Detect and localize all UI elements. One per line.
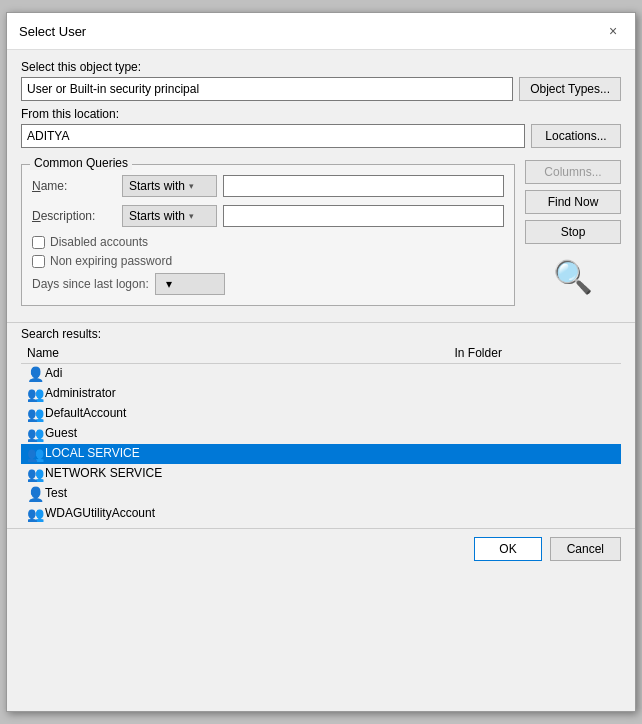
- dialog-title: Select User: [19, 24, 86, 39]
- table-row[interactable]: 👥Administrator: [21, 384, 621, 404]
- object-type-row: Object Types...: [21, 77, 621, 101]
- table-row[interactable]: 👥Guest: [21, 424, 621, 444]
- table-row[interactable]: 👥WDAGUtilityAccount: [21, 504, 621, 524]
- user-name: WDAGUtilityAccount: [45, 506, 155, 520]
- table-row[interactable]: 👥DefaultAccount: [21, 404, 621, 424]
- common-queries-box: Common Queries Name: Starts with ▾: [21, 164, 515, 306]
- days-since-logon-label: Days since last logon:: [32, 277, 149, 291]
- cell-name: 👤Adi: [21, 364, 449, 385]
- cell-name: 👥WDAGUtilityAccount: [21, 504, 449, 524]
- user-icon: 👥: [27, 426, 43, 442]
- non-expiring-label: Non expiring password: [50, 254, 172, 268]
- object-types-button[interactable]: Object Types...: [519, 77, 621, 101]
- columns-button[interactable]: Columns...: [525, 160, 621, 184]
- name-dropdown-arrow: ▾: [189, 181, 194, 191]
- cell-name: 👥LOCAL SERVICE: [21, 444, 449, 464]
- name-text-input[interactable]: [223, 175, 504, 197]
- description-dropdown-arrow: ▾: [189, 211, 194, 221]
- user-name: LOCAL SERVICE: [45, 446, 140, 460]
- user-name: NETWORK SERVICE: [45, 466, 162, 480]
- description-label: Description:: [32, 209, 122, 223]
- action-buttons-column: Columns... Find Now Stop 🔍: [525, 160, 621, 306]
- user-name: Guest: [45, 426, 77, 440]
- cell-name: 👥DefaultAccount: [21, 404, 449, 424]
- col-name-header: Name: [21, 343, 449, 364]
- user-icon: 👤: [27, 486, 43, 502]
- locations-button[interactable]: Locations...: [531, 124, 621, 148]
- user-icon: 👥: [27, 386, 43, 402]
- cell-folder: [449, 364, 621, 385]
- search-icon-area: 🔍: [525, 258, 621, 296]
- name-query-row: Name: Starts with ▾: [32, 175, 504, 197]
- cell-name: 👥Administrator: [21, 384, 449, 404]
- cell-folder: [449, 444, 621, 464]
- left-area: Common Queries Name: Starts with ▾: [21, 160, 515, 306]
- user-icon: 👥: [27, 446, 43, 462]
- location-row: Locations...: [21, 124, 621, 148]
- main-area: Common Queries Name: Starts with ▾: [7, 148, 635, 318]
- table-header-row: Name In Folder: [21, 343, 621, 364]
- object-type-section: Select this object type: Object Types...: [7, 50, 635, 101]
- user-icon: 👥: [27, 466, 43, 482]
- name-starts-with-dropdown[interactable]: Starts with ▾: [122, 175, 217, 197]
- find-now-button[interactable]: Find Now: [525, 190, 621, 214]
- cell-folder: [449, 504, 621, 524]
- cell-folder: [449, 424, 621, 444]
- ok-button[interactable]: OK: [474, 537, 541, 561]
- object-type-input[interactable]: [21, 77, 513, 101]
- user-icon: 👥: [27, 406, 43, 422]
- user-name: Administrator: [45, 386, 116, 400]
- table-row[interactable]: 👥LOCAL SERVICE: [21, 444, 621, 464]
- select-user-dialog: Select User × Select this object type: O…: [6, 12, 636, 712]
- bottom-buttons-row: OK Cancel: [7, 528, 635, 569]
- close-button[interactable]: ×: [603, 21, 623, 41]
- location-input[interactable]: [21, 124, 525, 148]
- disabled-accounts-row: Disabled accounts: [32, 235, 504, 249]
- user-icon: 👥: [27, 506, 43, 522]
- cell-name: 👥NETWORK SERVICE: [21, 464, 449, 484]
- user-name: DefaultAccount: [45, 406, 126, 420]
- cell-folder: [449, 484, 621, 504]
- col-folder-header: In Folder: [449, 343, 621, 364]
- non-expiring-row: Non expiring password: [32, 254, 504, 268]
- common-queries-legend: Common Queries: [30, 156, 132, 170]
- title-bar: Select User ×: [7, 13, 635, 50]
- disabled-accounts-label: Disabled accounts: [50, 235, 148, 249]
- description-text-input[interactable]: [223, 205, 504, 227]
- days-dropdown-arrow: ▾: [166, 277, 172, 291]
- disabled-accounts-checkbox[interactable]: [32, 236, 45, 249]
- location-section: From this location: Locations...: [7, 101, 635, 148]
- days-since-logon-row: Days since last logon: ▾: [32, 273, 504, 295]
- description-query-row: Description: Starts with ▾: [32, 205, 504, 227]
- location-label: From this location:: [21, 107, 621, 121]
- main-content: Common Queries Name: Starts with ▾: [21, 160, 621, 306]
- user-name: Adi: [45, 366, 62, 380]
- cell-folder: [449, 404, 621, 424]
- user-icon: 👤: [27, 366, 43, 382]
- cell-folder: [449, 464, 621, 484]
- magnifier-icon: 🔍: [553, 258, 593, 296]
- table-row[interactable]: 👤Test: [21, 484, 621, 504]
- cell-folder: [449, 384, 621, 404]
- search-results-label: Search results:: [7, 322, 635, 343]
- cell-name: 👤Test: [21, 484, 449, 504]
- non-expiring-checkbox[interactable]: [32, 255, 45, 268]
- results-table: Name In Folder 👤Adi👥Administrator👥Defaul…: [21, 343, 621, 524]
- cell-name: 👥Guest: [21, 424, 449, 444]
- name-label: Name:: [32, 179, 122, 193]
- results-container[interactable]: Name In Folder 👤Adi👥Administrator👥Defaul…: [7, 343, 635, 524]
- days-dropdown[interactable]: ▾: [155, 273, 225, 295]
- table-row[interactable]: 👤Adi: [21, 364, 621, 385]
- table-row[interactable]: 👥NETWORK SERVICE: [21, 464, 621, 484]
- object-type-label: Select this object type:: [21, 60, 621, 74]
- description-starts-with-dropdown[interactable]: Starts with ▾: [122, 205, 217, 227]
- user-name: Test: [45, 486, 67, 500]
- stop-button[interactable]: Stop: [525, 220, 621, 244]
- cancel-button[interactable]: Cancel: [550, 537, 621, 561]
